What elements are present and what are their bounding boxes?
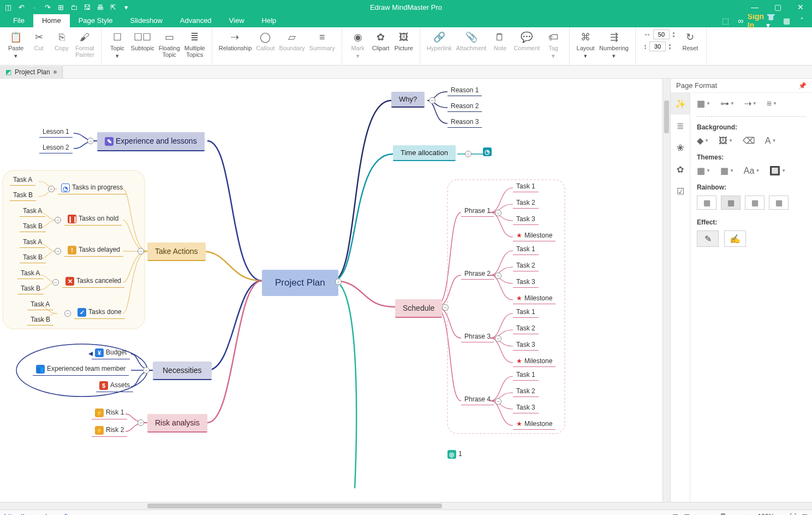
rainbow-1[interactable]: ▦ [697,196,717,210]
collapse-phrase4[interactable]: − [495,398,501,405]
leaf-team[interactable]: 👥Experienced team member [33,364,129,376]
leaf-reason3[interactable]: Reason 3 [447,117,482,128]
rainbow-2[interactable]: ▦ [721,196,741,210]
numbering-button[interactable]: ⇶Numbering▾ [597,29,631,60]
leaf-p1-m[interactable]: ★Milestone [513,230,556,241]
apps-icon[interactable]: ▦ [781,16,791,26]
collapse-schedule[interactable]: − [442,304,449,311]
bg-remove-button[interactable]: ⌫ [743,135,755,146]
collapse-time[interactable]: − [465,151,471,157]
collapse-why[interactable]: − [429,97,435,104]
effect-sketch[interactable]: ✍ [724,230,746,247]
theme-2-button[interactable]: ▦▼ [720,165,734,176]
zoom-value[interactable]: 100% [757,513,774,516]
leaf-phrase2[interactable]: Phrase 2 [461,269,494,280]
leaf-reason2[interactable]: Reason 2 [447,101,482,112]
node-nec[interactable]: Necessities [153,362,212,380]
rtab-icons[interactable]: ✿ [671,158,690,180]
pin-icon[interactable]: 📌 [798,82,807,90]
leaf-p3-t2[interactable]: Task 2 [513,323,539,334]
fit-icon[interactable]: ◫ [684,513,690,516]
rtab-style[interactable]: ❀ [671,137,690,158]
horizontal-scrollbar[interactable] [0,502,812,510]
leaf-phrase1[interactable]: Phrase 1 [461,206,494,217]
layout-button[interactable]: ⌘Layout▾ [574,29,597,60]
leaf-delayed[interactable]: !Tasks delayed [64,245,123,257]
format-painter-button[interactable]: 🖌Format Painter [73,29,97,59]
summary-button[interactable]: ≡Summary [307,29,337,52]
hyperlink-button[interactable]: 🔗Hyperlink [425,29,454,52]
leaf-p2-t3[interactable]: Task 3 [513,277,539,288]
leaf-hold[interactable]: ❙❙Tasks on hold [64,214,122,226]
node-take[interactable]: Take Actions [147,242,206,261]
layout-type-button[interactable]: ▦▼ [697,98,710,109]
undo-icon[interactable]: ↶ [16,2,26,12]
page-view-icon[interactable]: ▣ [672,513,678,516]
leaf-pB3[interactable]: Task B [20,252,46,263]
collapse-phrase3[interactable]: − [495,335,501,342]
tab-file[interactable]: File [4,14,33,27]
leaf-assets[interactable]: $Assets [96,380,133,392]
window-minimize-icon[interactable]: — [743,0,766,14]
signin-link[interactable]: Sign In [751,16,761,26]
leaf-pA5[interactable]: Task A [27,299,53,310]
rtab-format[interactable]: ✨ [671,93,690,115]
leaf-p4-m[interactable]: ★Milestone [513,419,556,430]
account-icon[interactable]: 👕▾ [766,16,776,26]
leaf-pA2[interactable]: Task A [20,206,45,217]
theme-font-button[interactable]: Aa▼ [744,165,760,176]
vspace-stepper[interactable]: ▲▼ [668,43,672,50]
tag-button[interactable]: 🏷Tag▾ [542,29,565,60]
watermark-button[interactable]: A▼ [765,135,777,146]
zoom-in-icon[interactable]: + [748,513,752,516]
leaf-phrase3[interactable]: Phrase 3 [461,332,494,342]
collapse-center-right[interactable]: − [335,279,342,285]
leaf-done[interactable]: ✓Tasks done [74,307,125,319]
clipart-button[interactable]: ✿Clipart [369,29,392,52]
bg-image-button[interactable]: 🖼▼ [719,135,733,146]
copy-button[interactable]: ⎘Copy [50,29,73,52]
window-maximize-icon[interactable]: ▢ [766,0,789,14]
theme-1-button[interactable]: ▦▼ [697,165,710,176]
leaf-p1-t2[interactable]: Task 2 [513,198,539,209]
subtopic-button[interactable]: ☐☐Subtopic [129,29,157,52]
rainbow-3[interactable]: ▦ [745,196,765,210]
connector-button[interactable]: ⊶▼ [720,98,735,109]
leaf-pB5[interactable]: Task B [27,315,53,325]
node-schedule[interactable]: Schedule [395,299,442,318]
leaf-pA4[interactable]: Task A [17,268,43,279]
mark-button[interactable]: ◉Mark▾ [347,29,369,60]
leaf-pB4[interactable]: Task B [17,283,44,294]
leaf-risk1[interactable]: ⚡Risk 1 [92,407,127,419]
tab-pagestyle[interactable]: Page Style [70,14,122,27]
topic-button[interactable]: ☐Topic▾ [106,29,129,60]
leaf-p3-t1[interactable]: Task 1 [513,307,539,318]
tab-slideshow[interactable]: Slideshow [122,14,171,27]
attachment-button[interactable]: 📎Attachment [454,29,489,52]
leaf-canceled[interactable]: ✕Tasks canceled [62,276,124,288]
leaf-p1-t3[interactable]: Task 3 [513,214,539,225]
hspace-input[interactable] [653,29,670,39]
leaf-p4-t2[interactable]: Task 2 [513,386,539,397]
relationship-button[interactable]: ⇢Relationship [217,29,254,52]
leaf-p3-t3[interactable]: Task 3 [513,340,539,351]
node-time[interactable]: Time allocation [393,145,456,161]
collapse-hold[interactable]: − [55,217,61,223]
leaf-p3-m[interactable]: ★Milestone [513,356,556,367]
collapse-ribbon-icon[interactable]: ˄ [797,16,807,26]
theme-color-button[interactable]: 🔲▼ [769,165,786,176]
tab-home[interactable]: Home [33,14,70,27]
map-style-button[interactable]: ⇢▼ [744,98,757,109]
multiple-topics-button[interactable]: ≣Multiple Topics [182,29,207,59]
leaf-p2-m[interactable]: ★Milestone [513,293,556,304]
export-icon[interactable]: ⇱ [108,2,118,12]
collapse-take[interactable]: − [138,248,144,254]
cut-button[interactable]: ✂Cut [27,29,50,52]
new-icon[interactable]: ⊞ [56,2,65,12]
leaf-lesson1[interactable]: Lesson 1 [39,127,73,138]
rtab-task[interactable]: ☑ [671,180,690,202]
rainbow-4[interactable]: ▦ [769,196,789,210]
cloud-icon[interactable]: ⬚ [720,16,730,26]
floating-topic-button[interactable]: ▭Floating Topic [157,29,182,59]
collapse-done[interactable]: − [64,310,71,317]
